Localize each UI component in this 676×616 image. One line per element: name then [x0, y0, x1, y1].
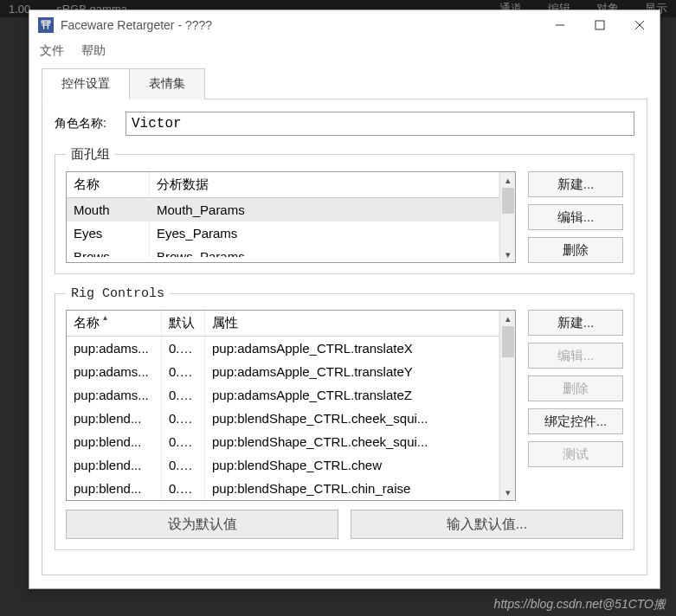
rig-delete-button[interactable]: 删除 — [528, 375, 623, 401]
facegroup-new-button[interactable]: 新建... — [528, 171, 623, 197]
scroll-down-icon[interactable]: ▾ — [500, 247, 515, 262]
list-item[interactable]: pup:adams...0.0...pup:adamsApple_CTRL.tr… — [67, 360, 499, 383]
scroll-up-icon[interactable]: ▴ — [500, 311, 515, 326]
set-default-button[interactable]: 设为默认值 — [66, 510, 338, 539]
list-item[interactable]: Brows Brows_Params — [67, 245, 499, 257]
bg-item: 1.00 — [9, 3, 30, 16]
menu-help[interactable]: 帮助 — [81, 43, 106, 57]
col-attr[interactable]: 属性 — [205, 311, 499, 336]
watermark: https://blog.csdn.net@51CTO搬 — [494, 597, 666, 613]
scrollbar[interactable]: ▴ ▾ — [499, 172, 515, 262]
scroll-down-icon[interactable]: ▾ — [500, 484, 515, 500]
close-button[interactable] — [620, 12, 660, 38]
tab-panel: 角色名称: 面孔组 名称 分析数据 — [42, 99, 647, 575]
sort-asc-icon: ▴ — [103, 312, 107, 322]
col-name[interactable]: 名称▴ — [67, 311, 162, 336]
app-icon — [38, 17, 54, 33]
role-row: 角色名称: — [55, 112, 634, 136]
rig-legend: Rig Controls — [66, 286, 170, 301]
window-title: Faceware Retargeter - ???? — [61, 18, 212, 32]
rig-controls-fieldset: Rig Controls 名称▴ 默认 属性 pup:adams...0.0..… — [55, 286, 634, 550]
list-item[interactable]: pup:blend...0.0...pup:blendShape_CTRL.ch… — [67, 407, 499, 430]
list-item[interactable]: pup:adams...0.0...pup:adamsApple_CTRL.tr… — [67, 337, 499, 360]
menu-file[interactable]: 文件 — [40, 43, 64, 57]
svg-rect-1 — [596, 21, 604, 29]
scrollbar[interactable]: ▴ ▾ — [499, 311, 515, 500]
rig-bind-button[interactable]: 绑定控件... — [528, 408, 623, 434]
facegroup-delete-button[interactable]: 删除 — [528, 237, 623, 263]
list-item[interactable]: Mouth Mouth_Params — [67, 198, 499, 221]
role-name-input[interactable] — [126, 112, 634, 136]
titlebar: Faceware Retargeter - ???? — [29, 10, 660, 40]
scroll-thumb[interactable] — [502, 326, 514, 357]
rig-new-button[interactable]: 新建... — [528, 310, 623, 336]
minimize-button[interactable] — [540, 12, 580, 38]
face-group-fieldset: 面孔组 名称 分析数据 Mouth — [55, 146, 634, 274]
scroll-thumb[interactable] — [502, 188, 514, 214]
list-item[interactable]: pup:blend...0.0...pup:blendShape_CTRL.ch… — [67, 453, 499, 477]
menubar: 文件 帮助 — [29, 40, 660, 67]
maximize-button[interactable] — [580, 12, 620, 38]
role-label: 角色名称: — [55, 116, 126, 132]
tabstrip: 控件设置 表情集 — [42, 67, 647, 99]
tab-expressions[interactable]: 表情集 — [129, 68, 205, 99]
col-data[interactable]: 分析数据 — [150, 172, 499, 197]
list-item[interactable]: pup:adams...0.0...pup:adamsApple_CTRL.tr… — [67, 383, 499, 407]
face-group-legend: 面孔组 — [66, 146, 115, 163]
rig-test-button[interactable]: 测试 — [528, 441, 623, 467]
list-item[interactable]: pup:blend...0.0...pup:blendShape_CTRL.ch… — [67, 477, 499, 500]
rig-list[interactable]: 名称▴ 默认 属性 pup:adams...0.0...pup:adamsApp… — [66, 310, 516, 501]
list-item[interactable]: Eyes Eyes_Params — [67, 221, 499, 245]
col-name[interactable]: 名称 — [67, 172, 150, 197]
rig-edit-button[interactable]: 编辑... — [528, 343, 623, 369]
facegroup-edit-button[interactable]: 编辑... — [528, 204, 623, 230]
tab-controls[interactable]: 控件设置 — [42, 68, 130, 99]
input-default-button[interactable]: 输入默认值... — [351, 510, 623, 539]
col-default[interactable]: 默认 — [162, 311, 205, 336]
list-item[interactable]: pup:blend...0.0...pup:blendShape_CTRL.ch… — [67, 430, 499, 453]
face-group-list[interactable]: 名称 分析数据 Mouth Mouth_Params Eyes — [66, 171, 516, 263]
dialog-window: Faceware Retargeter - ???? 文件 帮助 控件设置 表情… — [29, 10, 660, 589]
scroll-up-icon[interactable]: ▴ — [500, 172, 515, 188]
